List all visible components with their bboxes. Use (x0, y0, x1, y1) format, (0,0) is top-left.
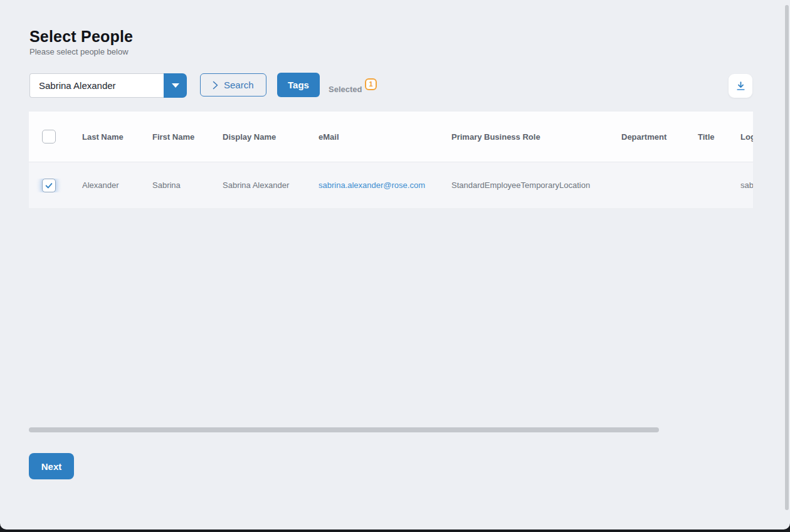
people-dropdown: Sabrina Alexander (29, 73, 187, 98)
search-button[interactable]: Search (200, 73, 266, 96)
download-icon (735, 80, 747, 92)
column-header-display-name: Display Name (209, 132, 305, 142)
column-header-primary-business-role: Primary Business Role (438, 132, 608, 142)
email-link[interactable]: sabrina.alexander@rose.com (319, 180, 425, 190)
chevron-right-icon (213, 81, 218, 90)
next-button[interactable]: Next (29, 453, 74, 479)
row-checkbox[interactable] (42, 179, 56, 192)
column-header-email: eMail (305, 132, 438, 142)
column-header-title: Title (685, 132, 727, 142)
column-header-login: Log (727, 132, 753, 142)
selected-label: Selected (329, 82, 362, 94)
cell-primary-business-role: StandardEmployeeTemporaryLocation (438, 180, 608, 190)
table-header-row: Last Name First Name Display Name eMail … (29, 112, 753, 162)
page-subtitle: Please select people below (29, 47, 129, 56)
search-button-label: Search (224, 80, 254, 90)
tags-button[interactable]: Tags (277, 73, 320, 97)
horizontal-scrollbar[interactable] (29, 427, 659, 432)
download-button[interactable] (729, 74, 752, 98)
table-row[interactable]: Alexander Sabrina Sabrina Alexander sabr… (29, 162, 753, 208)
cell-first-name: Sabrina (139, 180, 209, 190)
cell-login: sab (727, 180, 753, 190)
people-dropdown-value[interactable]: Sabrina Alexander (29, 73, 164, 98)
checkmark-icon (45, 181, 53, 190)
cell-display-name: Sabrina Alexander (209, 180, 305, 190)
column-header-department: Department (608, 132, 685, 142)
page-title: Select People (29, 28, 133, 46)
selected-indicator: Selected 1 (329, 82, 377, 94)
vertical-scrollbar[interactable] (785, 5, 789, 510)
column-header-last-name: Last Name (69, 132, 139, 142)
select-all-checkbox[interactable] (42, 130, 56, 143)
cell-last-name: Alexander (69, 180, 139, 190)
column-header-first-name: First Name (139, 132, 209, 142)
people-table: Last Name First Name Display Name eMail … (29, 112, 753, 208)
selected-count-badge: 1 (365, 78, 376, 90)
people-dropdown-toggle-button[interactable] (164, 73, 187, 98)
select-people-screen: Select People Please select people below… (0, 0, 790, 529)
window: Select People Please select people below… (0, 0, 790, 532)
chevron-down-icon (172, 83, 179, 88)
